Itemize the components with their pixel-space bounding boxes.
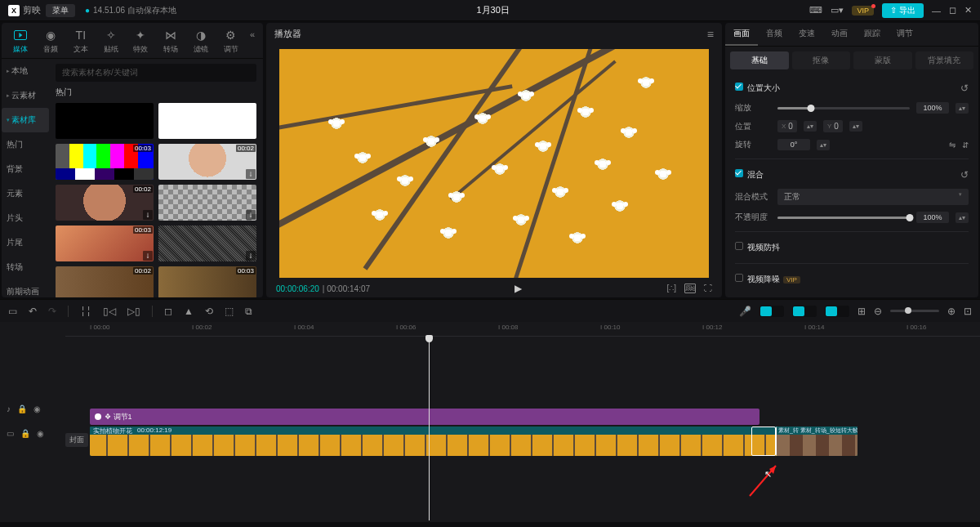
scale-stepper[interactable]: ▴▾ [956, 103, 969, 114]
sidebar-intro[interactable]: 片头 [2, 206, 49, 230]
download-icon[interactable]: ↓ [246, 251, 256, 261]
media-thumb[interactable]: 00:03↓ [56, 144, 154, 180]
aspect-ratio-button[interactable]: 原始 [684, 284, 696, 293]
opacity-slider[interactable] [777, 217, 910, 219]
tab-effect[interactable]: ✦特效 [127, 26, 155, 56]
preview-toggle[interactable] [825, 306, 849, 317]
tab-text[interactable]: TI文本 [66, 26, 95, 56]
scale-fit-icon[interactable]: [∴] [666, 284, 676, 293]
media-thumb[interactable] [56, 103, 154, 139]
download-icon[interactable]: ↓ [246, 169, 256, 179]
media-thumb[interactable]: 00:02↓ [56, 185, 154, 221]
player-menu-icon[interactable]: ≡ [707, 28, 714, 41]
prop-tab-video[interactable]: 画面 [725, 23, 758, 46]
zoom-out-icon[interactable]: ⊖ [874, 306, 882, 317]
player-viewport[interactable] [266, 46, 722, 278]
collapse-panel-icon[interactable]: « [247, 26, 258, 42]
link-toggle[interactable] [792, 306, 817, 317]
stabilize-checkbox[interactable] [735, 242, 743, 250]
track-area[interactable]: ❖ 调节1 实拍植物开花00:00:12:19 素材_转 素材_转场_较短转大帧… [65, 337, 980, 520]
media-thumb[interactable]: ↓ [158, 185, 256, 221]
video-mute-icon[interactable]: ▭ [7, 429, 14, 438]
tab-media[interactable]: 媒体 [7, 26, 35, 56]
window-minimize-icon[interactable]: — [932, 6, 941, 16]
rotate-value[interactable]: 0° [777, 139, 810, 150]
window-close-icon[interactable]: ✕ [964, 5, 972, 16]
search-input[interactable]: 搜索素材名称/关键词 [56, 64, 256, 82]
sidebar-trans[interactable]: 转场 [2, 255, 49, 279]
position-y-field[interactable]: Y0 [823, 120, 843, 132]
sidebar-local[interactable]: ▸本地 [2, 59, 49, 83]
download-icon[interactable]: ↓ [143, 169, 153, 179]
media-thumb[interactable]: 00:03↓ [56, 226, 154, 261]
marker-icon[interactable]: ◻ [164, 306, 172, 317]
media-thumb[interactable]: ↓ [158, 226, 256, 261]
video-lock-icon[interactable]: 🔒 [20, 429, 30, 438]
shortcuts-icon[interactable]: ⌨ [809, 5, 822, 16]
zoom-fit-icon[interactable]: ⊡ [964, 306, 972, 317]
track-expand-icon[interactable]: ⊞ [858, 306, 866, 317]
media-thumb[interactable]: 00:03 [158, 266, 256, 297]
delete-right-icon[interactable]: ▷▯ [127, 306, 140, 317]
undo-icon[interactable]: ↶ [29, 306, 37, 317]
prop-tab-audio[interactable]: 音频 [758, 23, 791, 46]
reverse-icon[interactable]: ⟲ [205, 306, 213, 317]
download-icon[interactable]: ↓ [143, 210, 153, 220]
subtab-cutout[interactable]: 抠像 [792, 51, 851, 69]
sidebar-hot[interactable]: 热门 [2, 132, 49, 157]
layout-icon[interactable]: ▭▾ [831, 5, 844, 16]
sidebar-element[interactable]: 元素 [2, 181, 49, 206]
vip-badge[interactable]: VIP [852, 6, 874, 16]
select-tool-icon[interactable]: ▭ [8, 306, 17, 317]
crop-icon[interactable]: ▲ [184, 306, 194, 317]
scale-value[interactable]: 100% [916, 102, 949, 114]
sidebar-outro[interactable]: 片尾 [2, 230, 49, 255]
mic-icon[interactable]: 🎤 [739, 306, 751, 317]
play-button[interactable]: ▶ [370, 283, 666, 294]
video-clip-2[interactable]: 素材_转 素材_转场_较短转大帧 00 [776, 427, 858, 456]
delete-left-icon[interactable]: ▯◁ [103, 306, 116, 317]
blend-checkbox[interactable] [735, 169, 743, 177]
download-icon[interactable]: ↓ [246, 210, 256, 220]
flip-h-icon[interactable]: ⇋ [949, 141, 956, 150]
redo-icon[interactable]: ↷ [48, 306, 56, 317]
prop-tab-adjust[interactable]: 调节 [889, 23, 921, 46]
zoom-slider[interactable] [890, 310, 939, 312]
split-icon[interactable]: ╎╎ [80, 306, 91, 317]
menu-dropdown[interactable]: 菜单 [46, 4, 75, 17]
download-icon[interactable]: ↓ [143, 251, 153, 261]
freeze-icon[interactable]: ⬚ [225, 306, 234, 317]
tab-transition[interactable]: ⋈转场 [157, 26, 185, 56]
prop-tab-speed[interactable]: 变速 [791, 23, 823, 46]
snap-toggle[interactable] [760, 306, 784, 317]
media-thumb[interactable]: 00:02↓ [158, 144, 256, 180]
zoom-in-icon[interactable]: ⊕ [947, 306, 956, 317]
position-x-field[interactable]: X0 [777, 120, 797, 132]
sidebar-bg[interactable]: 背景 [2, 157, 49, 181]
adjust-mute-icon[interactable]: ♪ [7, 404, 11, 413]
media-thumb[interactable] [158, 103, 256, 139]
video-clip-1[interactable]: 实拍植物开花00:00:12:19 [90, 427, 858, 456]
tab-adjust[interactable]: ⚙调节 [216, 26, 245, 56]
tab-sticker[interactable]: ✧贴纸 [96, 26, 125, 56]
opacity-value[interactable]: 100% [916, 212, 949, 223]
fullscreen-icon[interactable]: ⛶ [704, 284, 712, 293]
reset-blend-icon[interactable]: ↺ [960, 169, 969, 181]
export-button[interactable]: ⇧导出 [882, 3, 924, 18]
subtab-basic[interactable]: 基础 [730, 51, 789, 69]
sidebar-cloud[interactable]: ▸云素材 [2, 83, 49, 108]
adjustment-clip[interactable]: ❖ 调节1 [90, 409, 760, 425]
timeline-ruler[interactable]: I 00:00 I 00:02 I 00:04 I 00:06 I 00:08 … [65, 322, 980, 337]
subtab-bgfill[interactable]: 背景填充 [915, 51, 974, 69]
reset-transform-icon[interactable]: ↺ [960, 83, 969, 94]
mirror-icon[interactable]: ⧉ [245, 306, 252, 317]
blend-mode-select[interactable]: 正常▾ [777, 189, 969, 205]
flip-v-icon[interactable]: ⇵ [962, 141, 969, 150]
subtab-mask[interactable]: 蒙版 [853, 51, 912, 69]
prop-tab-track[interactable]: 跟踪 [856, 23, 889, 46]
sidebar-preanim[interactable]: 前期动画 [2, 279, 49, 297]
position-size-checkbox[interactable] [735, 83, 743, 91]
adjust-hide-icon[interactable]: ◉ [33, 404, 41, 413]
prop-tab-anim[interactable]: 动画 [823, 23, 856, 46]
denoise-checkbox[interactable] [735, 274, 743, 282]
